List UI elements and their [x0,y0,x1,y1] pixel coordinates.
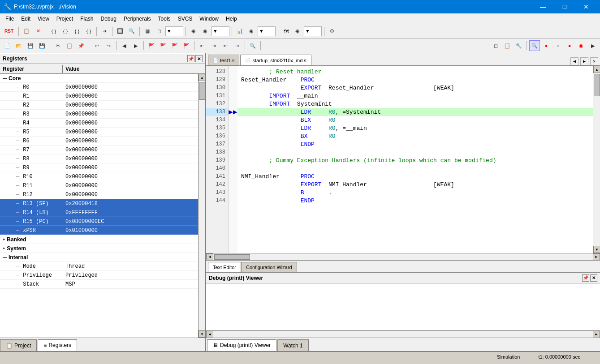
tab-debug-viewer[interactable]: 🖥 Debug (printf) Viewer [207,339,276,351]
minimize-button[interactable]: — [533,0,553,13]
code-scroll-thumb[interactable] [594,74,600,96]
scroll-down-btn[interactable]: ▼ [199,330,205,338]
reg-row-r0[interactable]: — R0 0x00000000 [0,83,198,92]
menu-view[interactable]: View [34,13,53,24]
expand-icon-banked[interactable]: + [3,237,5,242]
tb-open[interactable]: 📋 [21,26,32,37]
debug-hscroll-left[interactable]: ◀ [206,331,213,338]
tb2-red2[interactable]: ● [553,40,563,51]
reg-row-xpsr[interactable]: — xPSR 0x01000000 [0,226,198,235]
reg-row-r13[interactable]: — R13 (SP) 0x20000418 [0,199,198,208]
menu-project[interactable]: Project [53,13,77,24]
close-button[interactable]: ✕ [576,0,596,13]
reg-row-r15[interactable]: — R15 (PC) 0x08000000EC [0,217,198,226]
tb2-extra2[interactable]: 📋 [502,40,513,51]
tb2-cut[interactable]: ✂ [52,40,63,51]
menu-svcs[interactable]: SVCS [174,13,196,24]
tb2-open[interactable]: 📂 [13,40,24,51]
tb-dropdown3[interactable]: ▼ [258,26,276,36]
tb-stop[interactable]: ✕ [33,26,43,37]
menu-flash[interactable]: Flash [77,13,97,24]
tb2-search[interactable]: 🔍 [529,40,540,51]
tb2-red4[interactable]: ◉ [576,40,587,51]
editor-nav-right[interactable]: ▶ [580,57,588,65]
reg-row-r1[interactable]: — R1 0x00000000 [0,92,198,101]
debug-pin-button[interactable]: 📌 [582,274,589,282]
tb2-indent1[interactable]: ⇤ [197,40,207,51]
menu-help[interactable]: Help [222,13,241,24]
tb2-browse[interactable]: 🔍 [247,40,258,51]
reg-group-core[interactable]: — Core [0,74,198,83]
tb-b4[interactable]: { } [83,26,94,37]
tb-settings[interactable]: ⚙ [327,26,337,37]
tb2-save2[interactable]: 💾 [37,40,47,51]
tb-b1[interactable]: { } [48,26,59,37]
menu-tools[interactable]: Tools [155,13,174,24]
code-hscroll-right[interactable]: ▶ [593,253,600,261]
code-editor[interactable]: ; Reset handler Reset_Handler PROC EXPOR… [237,66,593,253]
tb2-undo[interactable]: ↩ [91,40,102,51]
tb-b2[interactable]: { } [60,26,71,37]
tb2-extra1[interactable]: ◻ [490,40,501,51]
collapse-icon-internal[interactable]: — [3,255,7,260]
editor-tab-test1[interactable]: 📄 test1.s [208,55,239,65]
reg-group-banked[interactable]: + Banked [0,235,198,244]
menu-debug[interactable]: Debug [97,13,120,24]
registers-scrollbar[interactable]: ▲ ▼ [198,74,205,338]
scroll-up-btn[interactable]: ▲ [199,74,205,81]
tb-dropdown1[interactable]: ▼ [165,26,183,36]
reg-row-privilege[interactable]: — Privilege Privileged [0,271,198,280]
reg-row-r4[interactable]: — R4 0x00000000 [0,119,198,128]
tb2-indent4[interactable]: ⇥ [232,40,242,51]
editor-tab-startup[interactable]: 📄 startup_stm32f10x_md.s [240,55,311,65]
tb-layout1[interactable]: ▦ [142,26,153,37]
editor-tab-config[interactable]: Configuration Wizard [241,262,297,272]
tb-b3[interactable]: { } [72,26,82,37]
tb2-copy[interactable]: 📋 [64,40,75,51]
tb2-fwd[interactable]: ▶ [130,40,141,51]
menu-edit[interactable]: Edit [17,13,34,24]
tb2-redo[interactable]: ↪ [103,40,114,51]
reg-row-r10[interactable]: — R10 0x00000000 [0,172,198,181]
code-scroll-up[interactable]: ▲ [593,66,600,73]
tb-magnify[interactable]: 🔍 [126,26,137,37]
reg-row-r6[interactable]: — R6 0x00000000 [0,137,198,146]
tb2-extra4[interactable]: ▶ [587,40,598,51]
tb2-save[interactable]: 💾 [25,40,36,51]
tb-c3[interactable]: ◉ [200,26,211,37]
tb2-indent3[interactable]: ⇤ [220,40,231,51]
code-hscroll-thumb[interactable] [214,254,250,260]
debug-hscroll-right[interactable]: ▶ [593,331,600,338]
tb2-extra3[interactable]: 🔧 [514,40,524,51]
scroll-thumb[interactable] [199,82,205,100]
menu-file[interactable]: File [2,13,17,24]
menu-peripherals[interactable]: Peripherals [120,13,155,24]
code-scroll-down[interactable]: ▼ [593,246,600,253]
reg-row-r12[interactable]: — R12 0x00000000 [0,190,198,199]
tab-registers[interactable]: ≡ Registers [38,339,77,351]
tb-arrow[interactable]: ➔ [99,26,110,37]
tb2-bm3[interactable]: 🚩 [169,40,180,51]
tab-project[interactable]: 📋 Project [0,339,37,351]
reg-row-r3[interactable]: — R3 0x00000000 [0,110,198,119]
tb2-paste[interactable]: 📌 [76,40,86,51]
tb-dropdown4[interactable]: ▼ [304,26,322,36]
tb-view[interactable]: 🔲 [115,26,125,37]
reg-row-r9[interactable]: — R9 0x00000000 [0,163,198,172]
tb2-bm1[interactable]: 🚩 [146,40,157,51]
tab-watch1[interactable]: Watch 1 [277,339,309,351]
tb-c2[interactable]: ◉ [188,26,199,37]
tb2-red1[interactable]: ● [541,40,552,51]
tb2-new[interactable]: 📄 [2,40,13,51]
reg-group-system[interactable]: + System [0,244,198,253]
tb2-indent2[interactable]: ⇥ [208,40,219,51]
expand-icon-system[interactable]: + [3,246,5,251]
reg-row-r8[interactable]: — R8 0x00000000 [0,154,198,163]
tb-rst[interactable]: RST [2,26,16,37]
panel-close-button[interactable]: ✕ [195,55,203,62]
debug-close-button[interactable]: ✕ [590,274,597,282]
tb2-bm2[interactable]: 🚩 [158,40,168,51]
reg-row-r14[interactable]: — R14 (LR) 0xFFFFFFFF [0,208,198,217]
collapse-icon[interactable]: — [3,76,7,81]
tb2-red3[interactable]: ● [564,40,575,51]
